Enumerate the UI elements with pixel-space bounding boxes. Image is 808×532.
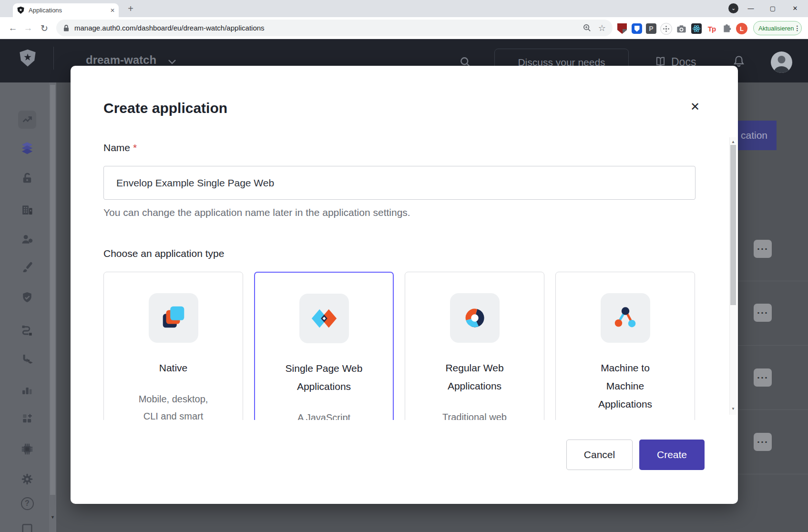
table-row-divider bbox=[738, 281, 808, 281]
modal-body: Name * You can change the application na… bbox=[71, 137, 738, 420]
sidebar-item-marketplace[interactable] bbox=[20, 411, 35, 426]
p-extension-icon[interactable]: P bbox=[645, 22, 657, 35]
application-name-input[interactable] bbox=[103, 166, 695, 200]
header-divider bbox=[53, 47, 54, 70]
native-icon bbox=[149, 293, 198, 343]
reload-button[interactable]: ↻ bbox=[37, 21, 51, 35]
screen: Applications ✕ + ⌄ — ▢ ✕ ← → ↻ manage.au… bbox=[0, 0, 808, 532]
scroll-down-icon[interactable]: ▼ bbox=[729, 405, 737, 412]
sidebar-item-docs-partial[interactable] bbox=[20, 522, 35, 532]
sidebar-item-extensions[interactable] bbox=[20, 441, 35, 457]
create-application-modal: Create application ✕ Name * You can chan… bbox=[71, 66, 738, 504]
update-chrome-button[interactable]: Aktualisieren ⋮ bbox=[753, 21, 802, 35]
sidebar-scroll-down-icon[interactable]: ▼ bbox=[50, 515, 56, 521]
sidebar-item-branding[interactable] bbox=[20, 260, 35, 276]
extensions-puzzle-icon[interactable] bbox=[720, 22, 733, 35]
chrome-update-indicator-icon[interactable]: ⌄ bbox=[728, 3, 738, 13]
sidebar-item-applications[interactable] bbox=[20, 140, 35, 155]
card-title: Single Page Web Applications bbox=[255, 359, 393, 396]
tab-close-icon[interactable]: ✕ bbox=[110, 7, 115, 14]
address-bar[interactable]: manage.auth0.com/dashboard/eu/dream-watc… bbox=[56, 20, 613, 36]
forward-button[interactable]: → bbox=[21, 21, 35, 35]
sidebar-item-settings[interactable] bbox=[20, 471, 35, 487]
create-application-button-partial[interactable]: cation bbox=[738, 121, 777, 150]
required-asterisk: * bbox=[133, 142, 137, 153]
card-title: Native bbox=[104, 359, 243, 377]
auth0-logo-icon bbox=[18, 48, 37, 69]
card-single-page-web[interactable]: Single Page Web Applications A JavaScrip… bbox=[254, 272, 394, 420]
user-avatar[interactable] bbox=[771, 51, 792, 73]
ublock-badge: 4 bbox=[623, 29, 629, 35]
card-title: Machine to Machine Applications bbox=[556, 359, 695, 413]
name-label: Name * bbox=[103, 142, 137, 153]
card-description: A JavaScript bbox=[255, 409, 393, 420]
modal-scrollbar-thumb[interactable] bbox=[730, 145, 736, 305]
sidebar-item-organizations[interactable] bbox=[20, 202, 35, 217]
name-help-text: You can change the application name late… bbox=[103, 207, 410, 218]
bitwarden-extension-icon[interactable] bbox=[631, 22, 643, 35]
row-actions-button[interactable]: ··· bbox=[754, 433, 772, 451]
card-machine-to-machine[interactable]: Machine to Machine Applications bbox=[555, 272, 695, 420]
sidebar-item-help[interactable]: ? bbox=[20, 496, 35, 511]
camera-extension-icon[interactable] bbox=[675, 22, 687, 35]
card-description: Mobile, desktop, CLI and smart bbox=[104, 390, 243, 420]
ublock-extension-icon[interactable]: 4 bbox=[616, 22, 628, 35]
browser-tab-strip bbox=[0, 0, 808, 17]
crosshair-extension-icon[interactable] bbox=[660, 22, 672, 35]
modal-close-icon[interactable]: ✕ bbox=[685, 97, 705, 116]
sidebar-item-activity[interactable] bbox=[18, 111, 36, 129]
window-close-button[interactable]: ✕ bbox=[786, 0, 805, 16]
table-row-divider bbox=[738, 474, 808, 474]
browser-profile-avatar[interactable]: L bbox=[736, 22, 748, 35]
card-title: Regular Web Applications bbox=[405, 359, 544, 395]
url-text[interactable]: manage.auth0.com/dashboard/eu/dream-watc… bbox=[74, 24, 583, 32]
spa-icon bbox=[299, 294, 349, 343]
sidebar-item-security[interactable] bbox=[20, 290, 35, 305]
tenant-chevron-down-icon bbox=[168, 59, 176, 65]
sidebar-item-authentication[interactable] bbox=[20, 171, 35, 186]
sidebar-item-user-management[interactable] bbox=[20, 232, 35, 247]
sidebar-scrollbar-thumb[interactable] bbox=[50, 85, 55, 495]
back-button[interactable]: ← bbox=[6, 21, 20, 35]
row-actions-button[interactable]: ··· bbox=[754, 368, 772, 387]
tenant-selector[interactable]: dream-watch bbox=[86, 53, 156, 67]
sidebar-item-auth-pipeline[interactable] bbox=[20, 352, 35, 367]
browser-menu-kebab-icon[interactable]: ⋮ bbox=[794, 24, 800, 32]
create-button[interactable]: Create bbox=[639, 440, 705, 470]
table-row-divider bbox=[738, 345, 808, 346]
m2m-icon bbox=[601, 293, 650, 343]
modal-title: Create application bbox=[103, 100, 227, 116]
tab-title: Applications bbox=[29, 7, 110, 14]
new-tab-button[interactable]: + bbox=[124, 2, 137, 15]
sidebar-item-monitoring[interactable] bbox=[20, 382, 35, 397]
application-type-label: Choose an application type bbox=[103, 248, 224, 259]
bookmark-star-icon[interactable]: ☆ bbox=[598, 23, 606, 33]
sidebar-item-actions[interactable] bbox=[20, 322, 35, 338]
window-maximize-button[interactable]: ▢ bbox=[763, 0, 782, 16]
react-devtools-extension-icon[interactable] bbox=[690, 22, 703, 35]
browser-tab[interactable]: Applications ✕ bbox=[13, 3, 119, 17]
auth0-favicon-icon bbox=[17, 6, 25, 14]
cancel-button[interactable]: Cancel bbox=[566, 440, 633, 470]
scroll-up-icon[interactable]: ▲ bbox=[729, 138, 737, 145]
zoom-page-icon[interactable] bbox=[583, 23, 592, 32]
regular-web-icon bbox=[450, 293, 500, 343]
row-actions-button[interactable]: ··· bbox=[754, 304, 772, 322]
tampermonkey-extension-icon[interactable]: Tp bbox=[706, 22, 718, 35]
lock-icon bbox=[63, 24, 70, 32]
table-row-divider bbox=[738, 409, 808, 410]
card-native[interactable]: Native Mobile, desktop, CLI and smart bbox=[103, 272, 243, 420]
card-description: Traditional web bbox=[405, 409, 544, 420]
window-minimize-button[interactable]: — bbox=[741, 0, 760, 16]
row-actions-button[interactable]: ··· bbox=[754, 240, 772, 258]
card-regular-web[interactable]: Regular Web Applications Traditional web bbox=[405, 272, 544, 420]
